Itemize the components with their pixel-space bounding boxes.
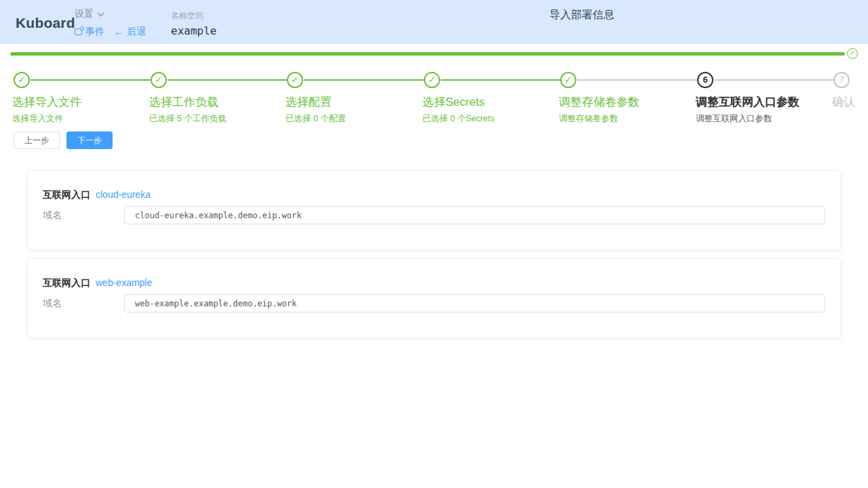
domain-input-web-example[interactable] [124, 294, 825, 312]
step-connector [31, 79, 151, 81]
ingress-name-link[interactable]: web-example [96, 277, 152, 288]
step-2-title: 选择工作负载 [149, 96, 285, 109]
step-5-desc: 调整存储卷参数 [559, 114, 695, 124]
header-links: 事件 ← 后退 [75, 26, 146, 38]
step-connector [441, 79, 561, 81]
step-6-title: 调整互联网入口参数 [696, 96, 832, 109]
namespace-label: 名称空间 [171, 10, 216, 22]
step-1-desc: 选择导入文件 [12, 114, 149, 124]
step-1: ✓ 选择导入文件 选择导入文件 [12, 72, 149, 124]
domain-input-cloud-eureka[interactable] [124, 206, 825, 224]
settings-label: 设置 [75, 8, 94, 20]
step-5-check-icon: ✓ [560, 72, 576, 88]
step-1-title: 选择导入文件 [12, 96, 149, 109]
step-4-desc: 已选择 0 个Secrets [422, 114, 559, 124]
step-connector [167, 79, 288, 81]
step-5-title: 调整存储卷参数 [559, 96, 695, 109]
step-6-number: 6 [697, 72, 713, 88]
events-link[interactable]: 事件 [75, 26, 104, 38]
chevron-down-icon [97, 12, 104, 17]
step-5: ✓ 调整存储卷参数 调整存储卷参数 [559, 72, 695, 124]
step-7-title: 确认 [832, 96, 866, 109]
top-header: Kuboard 设置 事件 ← 后退 名称空间 example 导入部署信息 [0, 0, 868, 44]
back-arrow-icon: ← [114, 26, 123, 37]
ingress-card-title: 互联网入口 [43, 189, 90, 201]
page: Kuboard 设置 事件 ← 后退 名称空间 example 导入部署信息 ✓ [0, 0, 868, 488]
step-3-desc: 已选择 0 个配置 [285, 114, 422, 124]
step-6: 6 调整互联网入口参数 调整互联网入口参数 [696, 72, 832, 124]
progress-check-icon: ✓ [847, 48, 858, 59]
back-link[interactable]: ← 后退 [114, 26, 146, 38]
step-connector [577, 79, 698, 81]
next-step-button[interactable]: 下一步 [66, 131, 113, 149]
domain-label: 域名 [43, 298, 124, 310]
step-3-title: 选择配置 [285, 96, 422, 109]
step-7-number: 7 [833, 72, 850, 88]
step-2: ✓ 选择工作负载 已选择 5 个工作负载 [149, 72, 285, 124]
step-1-check-icon: ✓ [14, 72, 30, 88]
step-4: ✓ 选择Secrets 已选择 0 个Secrets [422, 72, 559, 124]
ingress-card-web-example: 互联网入口 web-example 域名 [27, 258, 841, 338]
ingress-name-link[interactable]: cloud-eureka [96, 189, 151, 200]
ingress-card-cloud-eureka: 互联网入口 cloud-eureka 域名 [27, 170, 841, 250]
domain-label: 域名 [43, 209, 124, 222]
step-3-check-icon: ✓ [287, 72, 303, 88]
settings-dropdown[interactable]: 设置 [75, 8, 104, 20]
progress-bar-fill [10, 52, 845, 56]
step-6-desc: 调整互联网入口参数 [696, 114, 832, 124]
kuboard-logo[interactable]: Kuboard [16, 15, 75, 31]
prev-step-button[interactable]: 上一步 [14, 131, 60, 149]
wizard-actions: 上一步 下一步 [14, 131, 113, 149]
step-3: ✓ 选择配置 已选择 0 个配置 [285, 72, 422, 124]
namespace-value: example [171, 24, 216, 37]
ingress-card-title: 互联网入口 [43, 277, 90, 289]
step-4-title: 选择Secrets [422, 96, 559, 109]
step-4-check-icon: ✓ [424, 72, 440, 88]
page-title: 导入部署信息 [549, 8, 614, 22]
events-icon [75, 28, 82, 35]
step-wizard: ✓ 选择导入文件 选择导入文件 ✓ 选择工作负载 已选择 5 个工作负载 ✓ 选… [0, 72, 868, 126]
step-connector [714, 79, 835, 81]
events-label: 事件 [85, 26, 104, 38]
step-2-desc: 已选择 5 个工作负载 [149, 114, 285, 124]
step-7: 7 确认 [832, 72, 866, 109]
step-2-check-icon: ✓ [151, 72, 167, 88]
step-connector [304, 79, 425, 81]
progress-bar [10, 52, 855, 56]
back-label: 后退 [127, 26, 146, 38]
namespace-switcher[interactable]: 名称空间 example [171, 10, 216, 37]
